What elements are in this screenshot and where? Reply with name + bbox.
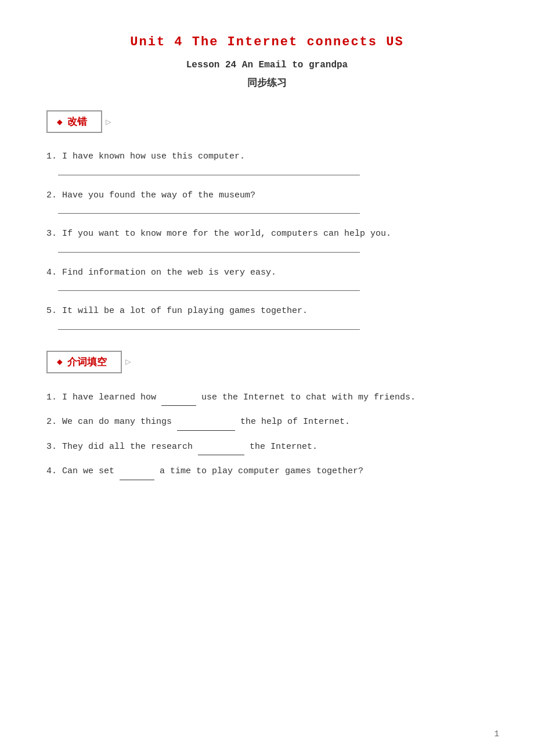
section-header-fill-blank: ◆ 介词填空 — [46, 351, 122, 373]
section-header-correction: ◆ 改错 — [46, 110, 102, 133]
question-text-2: 2. Have you found the way of the museum? — [46, 188, 488, 203]
subtitle: 同步练习 — [46, 76, 488, 89]
section-label-correction: 改错 — [67, 115, 87, 128]
blank-1-1[interactable] — [161, 397, 196, 406]
answer-line-2 — [58, 213, 360, 214]
question-text-3: 3. If you want to know more for the worl… — [46, 226, 488, 242]
fill-blank-number-4: 4. — [46, 466, 57, 476]
blank-4-1[interactable] — [120, 471, 154, 480]
answer-line-3 — [58, 252, 360, 253]
question-text-1: 1. I have known how use this computer. — [46, 149, 488, 164]
blank-2-1[interactable] — [177, 422, 235, 431]
diamond-icon-2: ◆ — [57, 356, 63, 368]
fill-blank-number-3: 3. — [46, 442, 57, 452]
fill-blank-item-2: 2. We can do many things the help of Int… — [46, 414, 488, 431]
fill-blank-item-3: 3. They did all the research the Interne… — [46, 439, 488, 456]
page-title: Unit 4 The Internet connects US — [46, 35, 488, 49]
answer-line-1 — [58, 175, 360, 175]
question-text-5: 5. It will be a lot of fun playing games… — [46, 304, 488, 319]
fill-blank-item-1: 1. I have learned how use the Internet t… — [46, 390, 488, 406]
diamond-icon: ◆ — [57, 116, 63, 128]
fill-blank-number-2: 2. — [46, 417, 57, 427]
answer-line-4 — [58, 290, 360, 291]
question-item-3: 3. If you want to know more for the worl… — [46, 226, 488, 253]
question-item-5: 5. It will be a lot of fun playing games… — [46, 304, 488, 330]
answer-line-5 — [58, 329, 360, 330]
fill-blank-number-1: 1. — [46, 393, 57, 402]
lesson-title: Lesson 24 An Email to grandpa — [46, 60, 488, 70]
question-item-2: 2. Have you found the way of the museum? — [46, 188, 488, 214]
question-item-4: 4. Find information on the web is very e… — [46, 265, 488, 291]
section-fill-blank: ◆ 介词填空 1. I have learned how use the Int… — [46, 351, 488, 480]
question-item-1: 1. I have known how use this computer. — [46, 149, 488, 175]
question-text-4: 4. Find information on the web is very e… — [46, 265, 488, 280]
section-label-fill-blank: 介词填空 — [67, 355, 107, 369]
blank-3-1[interactable] — [198, 446, 244, 455]
section-correction: ◆ 改错 1. I have known how use this comput… — [46, 110, 488, 330]
fill-blank-item-4: 4. Can we set a time to play computer ga… — [46, 463, 488, 480]
page-number: 1 — [495, 729, 499, 739]
